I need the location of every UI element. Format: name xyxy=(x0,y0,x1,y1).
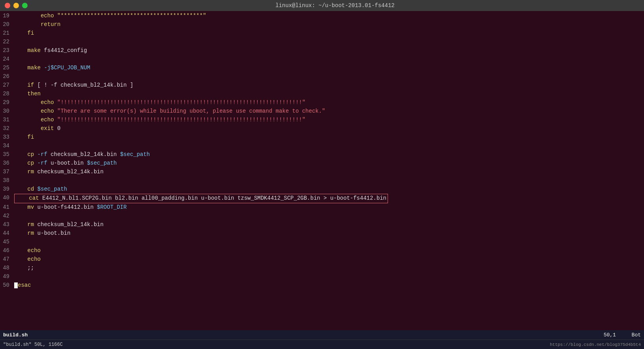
line-content: rm u-boot.bin xyxy=(14,229,644,238)
line-number: 48 xyxy=(0,264,14,273)
bottom-bar: "build.sh" 50L, 1166C https://blog.csdn.… xyxy=(0,340,644,349)
line-content: cp -rf checksum_bl2_14k.bin $sec_path xyxy=(14,150,644,159)
code-line: 35 cp -rf checksum_bl2_14k.bin $sec_path xyxy=(0,150,644,159)
line-number: 42 xyxy=(0,212,14,221)
line-content: cp -rf u-boot.bin $sec_path xyxy=(14,159,644,168)
line-number: 41 xyxy=(0,203,14,212)
code-line: 33 fi xyxy=(0,133,644,142)
line-number: 36 xyxy=(0,159,14,168)
line-number: 39 xyxy=(0,185,14,194)
line-content: rm checksum_bl2_14k.bin xyxy=(14,221,644,229)
line-content: echo "There are some error(s) while buil… xyxy=(14,107,644,116)
code-line: 38 xyxy=(0,176,644,185)
line-content: esac xyxy=(14,281,644,290)
line-number: 40 xyxy=(0,194,14,202)
line-content: echo "!!!!!!!!!!!!!!!!!!!!!!!!!!!!!!!!!!… xyxy=(14,116,644,124)
code-line: 39 cd $sec_path xyxy=(0,185,644,194)
line-number: 24 xyxy=(0,55,14,64)
line-content: fi xyxy=(14,133,644,142)
line-content: exit 0 xyxy=(14,124,644,133)
title-bar: linux@linux: ~/u-boot-2013.01-fs4412 xyxy=(0,0,644,11)
line-number: 26 xyxy=(0,72,14,81)
line-content: make -j$CPU_JOB_NUM xyxy=(14,64,644,72)
code-line: 26 xyxy=(0,72,644,81)
status-bar: build.sh 50,1 Bot xyxy=(0,330,644,340)
code-line: 23 make fs4412_config xyxy=(0,46,644,55)
code-line: 36 cp -rf u-boot.bin $sec_path xyxy=(0,159,644,168)
line-content: make fs4412_config xyxy=(14,46,644,55)
code-line: 20 return xyxy=(0,20,644,29)
status-filename: build.sh xyxy=(3,332,28,338)
maximize-button[interactable] xyxy=(22,3,28,8)
line-number: 46 xyxy=(0,247,14,255)
code-line: 48 ;; xyxy=(0,264,644,273)
line-content xyxy=(14,273,644,281)
line-content: cd $sec_path xyxy=(14,185,644,194)
url-info: https://blog.csdn.net/blog375d4b5t4 xyxy=(550,342,641,347)
line-number: 25 xyxy=(0,64,14,72)
code-line: 45 xyxy=(0,238,644,247)
code-line: 40 cat E4412_N.bl1.SCP2G.bin bl2.bin all… xyxy=(0,194,644,203)
code-line: 42 xyxy=(0,212,644,221)
code-line: 28 then xyxy=(0,90,644,98)
line-content: return xyxy=(14,20,644,29)
line-content: echo "**********************************… xyxy=(14,12,644,20)
code-line: 25 make -j$CPU_JOB_NUM xyxy=(0,64,644,72)
line-content xyxy=(14,212,644,221)
code-line: 43 rm checksum_bl2_14k.bin xyxy=(0,221,644,229)
line-number: 23 xyxy=(0,46,14,55)
line-number: 43 xyxy=(0,221,14,229)
code-line: 24 xyxy=(0,55,644,64)
line-number: 44 xyxy=(0,229,14,238)
line-number: 47 xyxy=(0,255,14,264)
line-number: 35 xyxy=(0,150,14,159)
line-number: 30 xyxy=(0,107,14,116)
line-number: 21 xyxy=(0,29,14,38)
code-line: 49 xyxy=(0,273,644,281)
cursor-position: 50,1 xyxy=(603,332,616,338)
line-content: echo xyxy=(14,255,644,264)
line-content: echo xyxy=(14,247,644,255)
minimize-button[interactable] xyxy=(13,3,19,8)
line-number: 19 xyxy=(0,12,14,20)
line-number: 29 xyxy=(0,98,14,107)
line-content xyxy=(14,38,644,46)
line-number: 22 xyxy=(0,38,14,46)
line-content: ;; xyxy=(14,264,644,273)
code-line: 19 echo "*******************************… xyxy=(0,12,644,20)
code-line: 37 rm checksum_bl2_14k.bin xyxy=(0,168,644,176)
code-line: 46 echo xyxy=(0,247,644,255)
line-number: 32 xyxy=(0,124,14,133)
line-content: then xyxy=(14,90,644,98)
scroll-position: Bot xyxy=(632,332,641,338)
cursor-block xyxy=(14,282,18,288)
code-line: 41 mv u-boot-fs4412.bin $ROOT_DIR xyxy=(0,203,644,212)
code-line: 27 if [ ! -f checksum_bl2_14k.bin ] xyxy=(0,81,644,90)
line-number: 50 xyxy=(0,281,14,290)
line-number: 45 xyxy=(0,238,14,247)
line-number: 28 xyxy=(0,90,14,98)
code-line: 34 xyxy=(0,142,644,150)
code-line: 30 echo "There are some error(s) while b… xyxy=(0,107,644,116)
line-content: fi xyxy=(14,29,644,38)
code-container[interactable]: 19 echo "*******************************… xyxy=(0,11,644,330)
close-button[interactable] xyxy=(5,3,10,8)
line-content: mv u-boot-fs4412.bin $ROOT_DIR xyxy=(14,203,644,212)
code-line: 31 echo "!!!!!!!!!!!!!!!!!!!!!!!!!!!!!!!… xyxy=(0,116,644,124)
line-number: 34 xyxy=(0,142,14,150)
code-line: 50esac xyxy=(0,281,644,290)
line-number: 49 xyxy=(0,273,14,281)
line-content: rm checksum_bl2_14k.bin xyxy=(14,168,644,176)
code-line: 32 exit 0 xyxy=(0,124,644,133)
line-number: 27 xyxy=(0,81,14,90)
line-content xyxy=(14,238,644,247)
line-content xyxy=(14,72,644,81)
file-info: "build.sh" 50L, 1166C xyxy=(3,342,63,347)
line-number: 31 xyxy=(0,116,14,124)
editor-area: 19 echo "*******************************… xyxy=(0,11,644,330)
line-content xyxy=(14,55,644,64)
code-line: 22 xyxy=(0,38,644,46)
line-number: 20 xyxy=(0,20,14,29)
line-content: if [ ! -f checksum_bl2_14k.bin ] xyxy=(14,81,644,90)
code-line: 47 echo xyxy=(0,255,644,264)
